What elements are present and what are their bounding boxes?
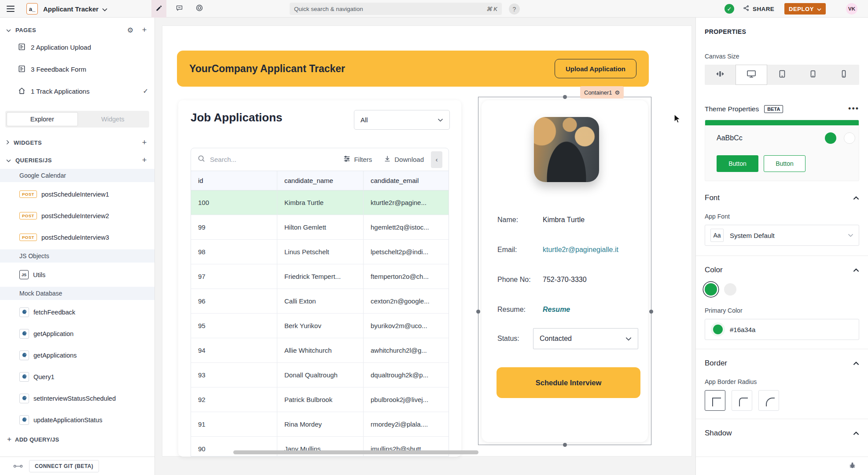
table-row[interactable]: 100 Kimbra Turtle kturtle2r@pagine... bbox=[191, 190, 449, 215]
app-title[interactable]: Applicant Tracker bbox=[43, 0, 107, 18]
canvas-size-mobile-button[interactable] bbox=[828, 65, 859, 85]
share-button[interactable]: SHARE bbox=[743, 0, 774, 18]
table-row[interactable]: 93 Donall Qualtrough dqualtrough2k@p... bbox=[191, 363, 449, 387]
table-box: Search... Filters Download ‹ id candidat… bbox=[191, 148, 449, 457]
table-row[interactable]: 96 Calli Exton cexton2n@google... bbox=[191, 289, 449, 314]
collapse-panel-button[interactable]: ‹ bbox=[431, 151, 442, 168]
table-search-input[interactable]: Search... bbox=[210, 156, 236, 163]
sidebar-page-item[interactable]: 2 Application Upload ✓ bbox=[0, 36, 154, 58]
query-group-header[interactable]: Mock Database bbox=[0, 287, 154, 300]
query-item[interactable]: fetchFeedback bbox=[0, 301, 154, 323]
cell-candidate-email: kturtle2r@pagine... bbox=[364, 190, 449, 215]
query-item[interactable]: POST postScheduleInterview2 bbox=[0, 205, 154, 227]
chevron-up-icon[interactable] bbox=[853, 362, 859, 365]
app-header-banner[interactable]: YourCompany Applicant Tracker Upload App… bbox=[177, 51, 649, 87]
quick-search-input[interactable]: Quick search & navigation ⌘ K bbox=[290, 3, 502, 15]
green-color-swatch[interactable] bbox=[705, 283, 717, 296]
pages-settings-icon[interactable]: ⚙ bbox=[127, 26, 133, 34]
theme-properties-header: Theme Properties BETA ••• bbox=[705, 104, 859, 113]
radius-medium-button[interactable] bbox=[732, 390, 752, 411]
column-header-candidate-email[interactable]: candidate_email bbox=[364, 171, 449, 190]
primary-color-input[interactable]: #16a34a bbox=[705, 319, 859, 340]
sidebar-page-item[interactable]: 3 Feeedback Form ✓ bbox=[0, 58, 154, 80]
gray-color-swatch[interactable] bbox=[724, 283, 736, 296]
add-widget-icon[interactable]: + bbox=[140, 138, 148, 147]
query-item[interactable]: JS Utils bbox=[0, 264, 154, 285]
shadow-section-header[interactable]: Shadow bbox=[705, 429, 859, 438]
table-filter-select[interactable]: All bbox=[354, 110, 450, 130]
chevron-up-icon[interactable] bbox=[853, 431, 859, 435]
container1-selection[interactable]: Name: Kimbra Turtle Email: kturtle2r@pag… bbox=[478, 97, 651, 445]
chevron-up-icon[interactable] bbox=[853, 268, 859, 272]
canvas-size-tablet-button[interactable] bbox=[798, 65, 828, 85]
record-circle-icon bbox=[195, 4, 203, 14]
resize-handle-right[interactable] bbox=[649, 310, 653, 314]
resize-handle-top[interactable] bbox=[563, 95, 567, 99]
add-page-icon[interactable]: + bbox=[140, 26, 148, 35]
color-swatches bbox=[705, 283, 859, 296]
query-item[interactable]: getApplications bbox=[0, 344, 154, 366]
table-row[interactable]: 99 Hilton Gemlett hgemlett2q@istoc... bbox=[191, 215, 449, 240]
table-row[interactable]: 97 Friedrick Tempert... ftemperton2o@ch.… bbox=[191, 264, 449, 289]
table-row[interactable]: 98 Linus Petschelt lpetschelt2p@indi... bbox=[191, 240, 449, 264]
tab-widgets[interactable]: Widgets bbox=[78, 112, 148, 126]
table-row[interactable]: 95 Berk Yurikov byurikov2m@uco... bbox=[191, 314, 449, 338]
tab-explorer[interactable]: Explorer bbox=[7, 112, 78, 126]
table-row[interactable]: 91 Rina Mordey rmordey2i@plala.... bbox=[191, 412, 449, 437]
table-row[interactable]: 92 Patrick Bulbrook pbulbrook2j@livej... bbox=[191, 387, 449, 412]
column-header-id[interactable]: id bbox=[191, 171, 277, 190]
sidebar-page-item[interactable]: 1 Track Applications ✓ bbox=[0, 80, 154, 102]
canvas-size-desktop-button[interactable] bbox=[736, 65, 767, 85]
query-item[interactable]: updateApplicationStatus bbox=[0, 409, 154, 431]
download-button[interactable]: Download bbox=[383, 155, 424, 164]
canvas-size-tablet-large-button[interactable] bbox=[767, 65, 798, 85]
color-section-header[interactable]: Color bbox=[705, 266, 859, 274]
detail-field-value: kturtle2r@paginegialle.it bbox=[543, 246, 618, 254]
horizontal-scrollbar[interactable] bbox=[233, 450, 478, 454]
radius-medium-icon bbox=[739, 398, 748, 406]
comment-mode-button[interactable] bbox=[172, 0, 187, 18]
query-item[interactable]: Query1 bbox=[0, 366, 154, 387]
user-avatar[interactable]: VK bbox=[846, 3, 857, 15]
more-options-icon[interactable]: ••• bbox=[848, 104, 859, 113]
resize-handle-bottom[interactable] bbox=[563, 443, 567, 447]
chevron-up-icon[interactable] bbox=[853, 196, 859, 200]
edit-mode-button[interactable] bbox=[151, 0, 166, 18]
deploy-button[interactable]: DEPLOY bbox=[784, 3, 826, 15]
app-window: a_ Applicant Tracker Quick search & navi… bbox=[0, 0, 868, 475]
query-group-header[interactable]: Google Calendar bbox=[0, 169, 154, 182]
connect-git-button[interactable]: CONNECT GIT (BETA) bbox=[29, 460, 99, 472]
canvas-size-fluid-button[interactable] bbox=[705, 65, 736, 85]
add-query-icon[interactable]: + bbox=[140, 156, 148, 165]
hamburger-menu-icon[interactable] bbox=[4, 0, 17, 18]
bug-icon[interactable] bbox=[848, 461, 857, 471]
preview-mode-button[interactable] bbox=[192, 0, 207, 18]
theme-primary-swatch bbox=[825, 132, 836, 144]
border-section-header[interactable]: Border bbox=[705, 359, 859, 368]
table-row[interactable]: 94 Allie Whitchurch awhitchurch2l@g... bbox=[191, 338, 449, 363]
widget-settings-icon[interactable]: ⚙ bbox=[615, 89, 620, 96]
radius-large-button[interactable] bbox=[758, 390, 779, 411]
radius-none-button[interactable] bbox=[705, 390, 725, 411]
pages-header[interactable]: PAGES ⚙ + bbox=[0, 24, 154, 36]
status-select[interactable]: Contacted bbox=[533, 328, 638, 349]
cell-id: 94 bbox=[191, 338, 277, 362]
query-item[interactable]: setInterviewStatusScheduled bbox=[0, 387, 154, 409]
query-item[interactable]: POST postScheduleInterview1 bbox=[0, 183, 154, 205]
query-group-header[interactable]: JS Objects bbox=[0, 249, 154, 263]
font-section-header[interactable]: Font bbox=[705, 194, 859, 202]
help-button[interactable]: ? bbox=[509, 4, 520, 15]
filters-button[interactable]: Filters bbox=[343, 155, 372, 164]
queries-section-header[interactable]: QUERIES/JS + bbox=[0, 154, 154, 166]
widgets-section-header[interactable]: WIDGETS + bbox=[0, 136, 154, 149]
query-item[interactable]: getApplication bbox=[0, 323, 154, 344]
column-header-candidate-name[interactable]: candidate_name bbox=[277, 171, 364, 190]
app-font-select[interactable]: Aa System Default bbox=[705, 225, 859, 246]
add-query-js-button[interactable]: + ADD QUERY/JS bbox=[0, 431, 154, 448]
container-widget-tag[interactable]: Container1 ⚙ bbox=[580, 86, 624, 99]
query-item[interactable]: POST postScheduleInterview3 bbox=[0, 227, 154, 248]
upload-application-button[interactable]: Upload Application bbox=[555, 59, 636, 78]
radius-large-icon bbox=[766, 398, 775, 406]
schedule-interview-button[interactable]: Schedule Interview bbox=[497, 367, 640, 398]
resize-handle-left[interactable] bbox=[476, 310, 480, 314]
